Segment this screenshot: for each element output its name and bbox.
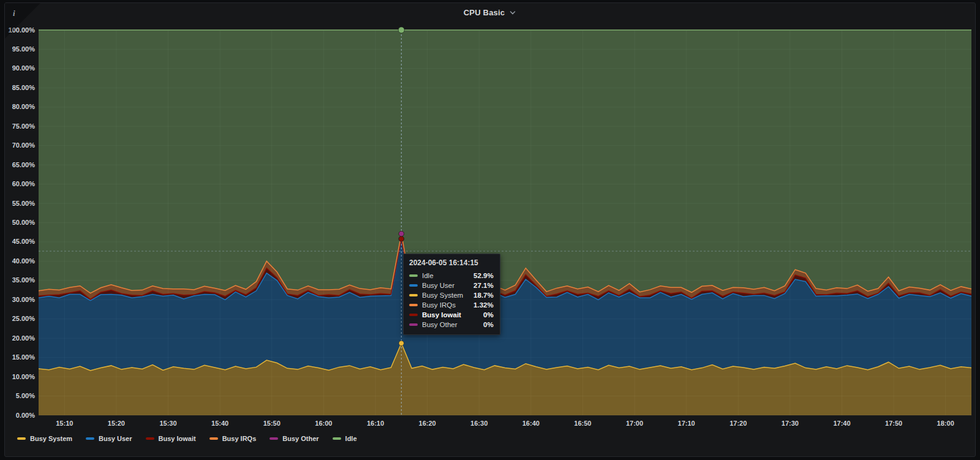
tooltip-row-busy-irqs: Busy IRQs1.32% bbox=[409, 300, 494, 310]
legend-item-busy-irqs[interactable]: Busy IRQs bbox=[209, 435, 257, 442]
legend-swatch-icon bbox=[209, 437, 218, 440]
series-color-icon bbox=[409, 294, 418, 296]
tooltip-series-value: 0% bbox=[483, 321, 494, 328]
chevron-down-icon[interactable] bbox=[509, 10, 516, 16]
panel-title[interactable]: CPU Basic bbox=[464, 8, 505, 17]
tooltip-series-value: 27.1% bbox=[473, 282, 494, 289]
chart-tooltip: 2024-06-05 16:14:15 Idle52.9%Busy User27… bbox=[403, 254, 500, 335]
tooltip-series-value: 18.7% bbox=[473, 292, 494, 299]
series-color-icon bbox=[409, 304, 418, 306]
legend-swatch-icon bbox=[333, 437, 341, 440]
tooltip-series-name: Busy System bbox=[422, 292, 469, 299]
legend-item-busy-other[interactable]: Busy Other bbox=[270, 435, 318, 442]
legend-swatch-icon bbox=[270, 437, 278, 440]
cpu-usage-chart[interactable] bbox=[0, 0, 980, 460]
idle-area bbox=[39, 30, 971, 293]
tooltip-series-name: Busy Other bbox=[422, 321, 479, 328]
tooltip-timestamp: 2024-06-05 16:14:15 bbox=[409, 258, 494, 267]
tooltip-row-busy-other: Busy Other0% bbox=[409, 320, 494, 330]
series-color-icon bbox=[409, 274, 418, 277]
tooltip-row-busy-user: Busy User27.1% bbox=[409, 281, 494, 290]
tooltip-series-name: Idle bbox=[422, 272, 469, 279]
tooltip-row-busy-iowait: Busy Iowait0% bbox=[409, 310, 494, 320]
legend-item-label: Busy Iowait bbox=[159, 435, 196, 442]
tooltip-series-value: 1.32% bbox=[473, 301, 494, 309]
tooltip-series-name: Busy Iowait bbox=[422, 311, 479, 319]
legend-item-label: Busy User bbox=[99, 435, 132, 442]
tooltip-row-busy-system: Busy System18.7% bbox=[409, 290, 494, 300]
hover-marker-busy-system bbox=[399, 341, 404, 345]
legend-swatch-icon bbox=[17, 437, 26, 440]
series-color-icon bbox=[409, 314, 418, 316]
legend-swatch-icon bbox=[86, 437, 94, 440]
legend-item-idle[interactable]: Idle bbox=[333, 435, 357, 442]
legend-item-busy-user[interactable]: Busy User bbox=[86, 435, 132, 442]
tooltip-rows: Idle52.9%Busy User27.1%Busy System18.7%B… bbox=[409, 271, 494, 330]
legend-item-label: Busy IRQs bbox=[222, 435, 257, 442]
legend-item-busy-system[interactable]: Busy System bbox=[17, 435, 72, 442]
chart-legend: Busy SystemBusy UserBusy IowaitBusy IRQs… bbox=[17, 435, 357, 442]
legend-item-label: Busy Other bbox=[282, 435, 318, 442]
grafana-panel-view: i CPU Basic 100.00%95.00%90.00%85.00%80.… bbox=[0, 0, 980, 460]
hover-marker-idle bbox=[398, 27, 404, 33]
panel-header[interactable]: CPU Basic bbox=[0, 4, 980, 21]
tooltip-series-name: Busy IRQs bbox=[422, 301, 469, 309]
tooltip-series-name: Busy User bbox=[422, 282, 469, 289]
tooltip-row-idle: Idle52.9% bbox=[409, 271, 494, 281]
legend-swatch-icon bbox=[146, 437, 154, 440]
legend-item-busy-iowait[interactable]: Busy Iowait bbox=[146, 435, 196, 442]
series-color-icon bbox=[409, 284, 418, 287]
hover-marker-busy-iowait bbox=[399, 236, 404, 241]
tooltip-series-value: 0% bbox=[483, 311, 494, 319]
series-color-icon bbox=[409, 323, 418, 326]
legend-item-label: Busy System bbox=[30, 435, 72, 442]
hover-marker-busy-other bbox=[399, 231, 404, 236]
legend-item-label: Idle bbox=[345, 435, 357, 442]
tooltip-series-value: 52.9% bbox=[473, 272, 494, 279]
